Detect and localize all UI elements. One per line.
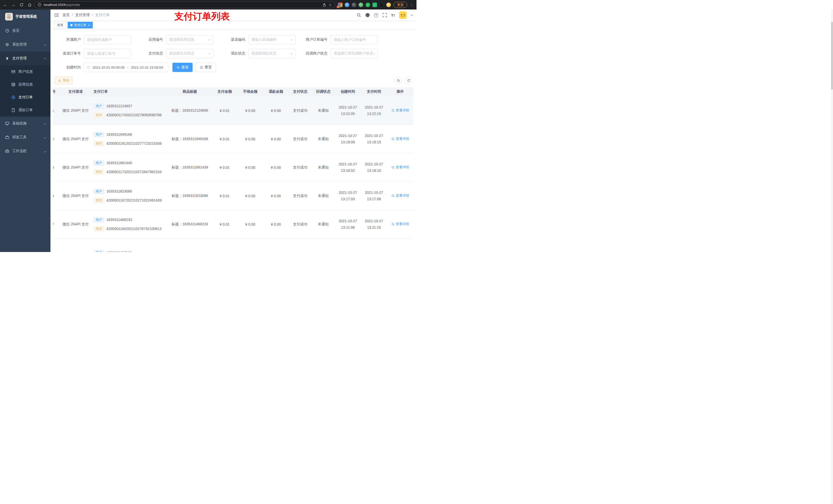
chevron-down-icon [44, 150, 46, 152]
sidebar-item-merchant-info[interactable]: 商户信息 [0, 65, 50, 78]
logo-image [5, 13, 13, 21]
bookmark-star-icon[interactable]: ☆ [329, 3, 332, 7]
refresh-icon[interactable] [20, 3, 24, 7]
refresh-icon [407, 79, 410, 82]
table-row: 19 微信 JSAPI 支付 商户1635311881440 支付4200001… [53, 153, 413, 182]
sidebar-item-payment[interactable]: ¥ 支付管理 [0, 51, 50, 65]
font-size-icon[interactable]: TT [391, 13, 395, 17]
column-header: 商品标题 [168, 87, 212, 96]
pay-status-select[interactable]: 请选择支付状态 [166, 49, 213, 58]
view-detail-link[interactable]: 查看详情 [391, 222, 409, 226]
merchant-order-input[interactable] [330, 35, 378, 44]
orders-table: 编号 支付渠道 支付订单 商品标题 支付金额 手续金额 退款金额 支付状态 回调… [53, 87, 413, 252]
extension-green-icon[interactable] [359, 3, 363, 7]
search-icon [391, 222, 395, 226]
export-button[interactable]: 导出 [54, 77, 73, 84]
avatar-dropdown-icon[interactable] [411, 13, 413, 16]
refresh-icon [200, 66, 203, 69]
notify-status-label: 回调商户状态 [300, 51, 330, 56]
column-header: 支付时间 [361, 87, 387, 96]
extension-chat-icon[interactable]: ▪ [373, 3, 377, 7]
update-button[interactable]: 更新 [394, 2, 407, 8]
browser-menu-icon[interactable]: ⋮ [410, 3, 413, 7]
sidebar-item-workflow[interactable]: 工作流程 [0, 144, 50, 158]
sidebar-item-home[interactable]: 首页 [0, 24, 50, 38]
sidebar-item-pay-order[interactable]: 支付订单 [0, 91, 50, 104]
filter-row-2: 渠道订单号 支付状态 请选择支付状态 退款状态 请选择退款状态 回调商户状态 请… [53, 49, 413, 58]
extension-blue-icon[interactable] [345, 3, 349, 7]
chevron-down-icon [208, 38, 211, 41]
date-start[interactable]: 2021-10-01 00:00:00 [93, 66, 124, 69]
extension-colorful-icon[interactable]: 10 [338, 3, 342, 7]
close-tab-icon[interactable]: × [88, 24, 90, 27]
site-info-icon[interactable] [38, 3, 42, 7]
refund-status-select[interactable]: 请选择退款状态 [248, 49, 295, 58]
chevron-down-icon [44, 122, 46, 125]
chevron-down-icon [290, 52, 293, 54]
search-icon[interactable] [357, 13, 361, 18]
view-detail-link[interactable]: 查看详情 [391, 137, 409, 141]
sidebar-item-refund-order[interactable]: 退款订单 [0, 104, 50, 117]
search-icon [391, 166, 395, 169]
page-content: 所属商户 应用编号 请选择应用信息 渠道编码 请输入渠道编码 商户订单编号 [50, 29, 416, 252]
table-row: 17 微信 JSAPI 支付 商户1635311468233 支付4200001… [53, 210, 413, 238]
reset-button[interactable]: 重置 [196, 63, 216, 72]
forward-icon[interactable]: → [11, 3, 15, 7]
tab-pay-order[interactable]: 支付订单 × [68, 22, 93, 28]
tab-home[interactable]: 首页 [54, 22, 66, 28]
sidebar-item-infra[interactable]: 基础设施 [0, 117, 50, 130]
briefcase-icon [5, 149, 9, 153]
gear-icon [5, 43, 9, 47]
create-time-range-picker[interactable]: 2021-10-01 00:00:00 - 2021-10-31 23:59:5… [84, 63, 168, 72]
url-text: localhost:1024/pay/order [44, 3, 80, 7]
active-tab-dot [70, 24, 72, 26]
share-icon[interactable] [322, 3, 326, 7]
app-no-select[interactable]: 请选择应用信息 [166, 35, 213, 44]
view-detail-link[interactable]: 查看详情 [391, 193, 409, 198]
channel-code-select[interactable]: 请输入渠道编码 [248, 35, 295, 44]
extension-green-check-icon[interactable]: ✓ [365, 3, 370, 7]
breadcrumb-section[interactable]: 支付管理 [75, 13, 90, 18]
date-end[interactable]: 2021-10-31 23:59:59 [131, 66, 163, 69]
sidebar-item-devtools[interactable]: 研发工具 [0, 130, 50, 144]
refresh-table-button[interactable] [405, 77, 412, 84]
home-icon[interactable] [28, 3, 32, 7]
filter-row-1: 所属商户 应用编号 请选择应用信息 渠道编码 请输入渠道编码 商户订单编号 [53, 35, 413, 44]
owner-input[interactable] [84, 35, 131, 44]
merchant-badge: 商户 [94, 103, 104, 109]
extension-gray-icon[interactable] [352, 3, 356, 7]
notify-status-select[interactable]: 请选择订单回调商户状态 [330, 49, 378, 58]
help-icon[interactable]: ? [374, 13, 378, 18]
view-detail-link[interactable]: 查看详情 [391, 165, 409, 170]
table-row: 18 微信 JSAPI 支付 商户1635311823086 支付4200001… [53, 182, 413, 210]
download-icon [58, 79, 61, 82]
channel-order-input[interactable] [84, 49, 131, 58]
chevron-up-icon [44, 57, 46, 60]
owner-label: 所属商户 [53, 38, 84, 42]
pay-badge: 支付 [94, 141, 104, 146]
extension-black-icon[interactable] [379, 3, 384, 7]
sidebar-item-system[interactable]: 系统管理 [0, 38, 50, 51]
credit-card-icon [11, 70, 15, 74]
url-bar[interactable]: localhost:1024/pay/order ☆ [34, 1, 335, 8]
breadcrumb-home[interactable]: 首页 [63, 13, 70, 18]
column-header: 回调状态 [312, 87, 335, 96]
view-detail-link[interactable]: 查看详情 [391, 108, 409, 113]
search-button[interactable]: 搜索 [172, 63, 193, 72]
payment-submenu: 商户信息 应用信息 支付订单 退款订单 [0, 65, 50, 117]
back-icon[interactable]: ← [3, 3, 7, 7]
fullscreen-icon[interactable] [382, 13, 387, 18]
column-header: 创建时间 [335, 87, 361, 96]
breadcrumb: 首页 / 支付管理 / 支付订单 [63, 13, 110, 18]
sidebar-item-app-info[interactable]: 应用信息 [0, 78, 50, 91]
extension-emoji-icon[interactable] [386, 3, 391, 7]
app-no-label: 应用编号 [135, 38, 166, 42]
grid-icon [11, 82, 15, 87]
app-logo[interactable]: 芋道管理系统 [0, 9, 50, 24]
github-icon[interactable] [365, 13, 370, 18]
avatar[interactable] [399, 11, 407, 19]
monitor-icon [5, 121, 9, 125]
create-time-label: 创建时间 [53, 65, 84, 70]
sidebar-collapse-icon[interactable] [54, 13, 59, 17]
toggle-search-button[interactable] [395, 77, 402, 84]
